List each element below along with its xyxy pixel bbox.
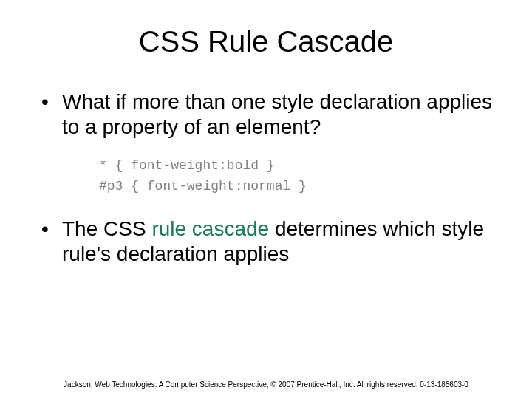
bullet-list: What if more than one style declaration … [35,89,497,140]
bullet-list-2: The CSS rule cascade determines which st… [35,216,497,267]
bullet-text-1: What if more than one style declaration … [62,90,492,138]
bullet-text-2-em: rule cascade [151,217,269,240]
code-block: * { font-weight:bold } #p3 { font-weight… [99,156,497,197]
slide-title: CSS Rule Cascade [35,25,497,58]
slide: CSS Rule Cascade What if more than one s… [0,0,532,399]
slide-footer: Jackson, Web Technologies: A Computer Sc… [0,381,532,389]
bullet-text-2-pre: The CSS [62,217,151,240]
bullet-item-2: The CSS rule cascade determines which st… [41,216,497,267]
code-line-1: * { font-weight:bold } [99,158,275,173]
bullet-item-1: What if more than one style declaration … [41,89,497,140]
code-line-2: #p3 { font-weight:normal } [99,179,307,194]
